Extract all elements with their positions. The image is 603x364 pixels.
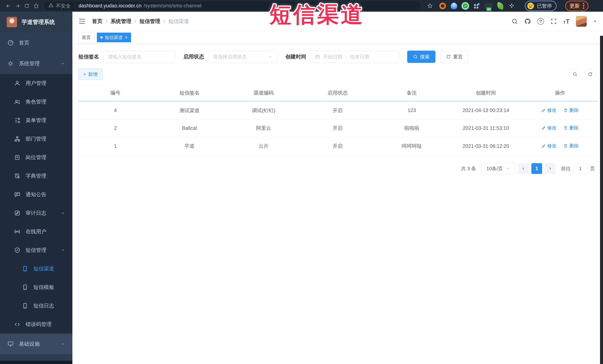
breadcrumb-current: 短信渠道 [168,18,189,25]
delete-link[interactable]: 删除 [563,143,579,149]
goto-page-input[interactable] [573,163,587,174]
extension-check-icon[interactable] [462,3,469,9]
annotation-stamp: 短信渠道 [269,0,364,30]
extension-leaf-icon[interactable] [497,2,504,10]
sidebar-item-roles[interactable]: 角色管理 [0,93,72,111]
sidebar-item-users[interactable]: 用户管理 [0,74,72,93]
close-icon[interactable]: × [125,35,128,40]
cell-sign: Ballcat [152,119,226,137]
search-button[interactable]: 搜索 [407,51,435,63]
cell-actions: 修改 删除 [523,119,597,137]
sidebar-item-infrastructure[interactable]: 基础设施 [0,334,72,354]
avatar[interactable] [576,16,587,27]
cell-status: 开启 [301,119,375,137]
font-size-icon[interactable]: TT [563,18,569,24]
add-button[interactable]: + 新增 [78,68,103,80]
url-host: dashboard.yudao.iocoder.cn [79,3,141,9]
sidebar-item-error-codes[interactable]: 错误码管理 [0,315,72,334]
status-select[interactable]: 请选择启用状态 [208,51,277,63]
sidebar-item-menus[interactable]: 菜单管理 [0,111,72,130]
sidebar-item-dictionary[interactable]: 字典管理 [0,167,72,185]
bookmark-star-icon[interactable] [425,1,435,11]
cell-sign: 测试渠道 [152,101,226,119]
browser-menu-icon[interactable] [583,3,584,9]
breadcrumb-home[interactable]: 首页 [92,18,103,25]
sidebar-item-label: 岗位管理 [26,154,46,161]
cell-remark: 啦啦啦 [375,119,449,137]
users-icon [14,99,20,105]
sidebar-item-sms-log[interactable]: 短信日志 [0,297,72,315]
help-icon[interactable]: ? [537,18,544,25]
browser-update-button[interactable]: 更新 [565,1,589,11]
prev-page-button[interactable] [518,163,529,174]
sidebar-item-sms-channel[interactable]: 短信渠道 [0,259,72,278]
badge-icon [14,154,20,161]
sidebar-item-audit-log[interactable]: 审计日志 [0,204,72,222]
sidebar-item-departments[interactable]: 部门管理 [0,130,72,148]
extensions-puzzle-icon[interactable] [508,3,515,9]
delete-link[interactable]: 删除 [563,125,579,131]
extension-grid-icon[interactable] [473,3,480,9]
security-label: 不安全 [56,3,71,9]
sign-input[interactable] [103,51,175,63]
scrollbar[interactable] [600,36,603,364]
back-icon[interactable] [4,1,13,11]
sidebar-item-label: 菜单管理 [26,117,46,124]
active-dot [100,36,103,39]
sidebar-logo[interactable]: 芋道管理系统 [0,12,72,33]
on-badge: on [487,7,491,11]
delete-link[interactable]: 删除 [563,107,579,113]
sidebar-item-label: 短信日志 [34,302,54,309]
extension-orange-icon[interactable] [439,3,446,9]
dashboard-icon [7,40,14,46]
cell-status: 开启 [301,137,375,155]
breadcrumb-system[interactable]: 系统管理 [111,18,131,25]
current-page[interactable]: 1 [531,163,542,174]
extension-onetab-icon[interactable]: on [485,3,492,9]
tag-home[interactable]: 首页 [78,33,94,42]
sidebar-item-announcements[interactable]: 通知公告 [0,185,72,204]
edit-link[interactable]: 修改 [541,143,557,149]
sidebar-item-sms-template[interactable]: 短信模板 [0,278,72,297]
filter-sign: 短信签名 [78,51,175,63]
goto-page: 前往 页 [561,163,595,174]
cell-code: 阿里云 [227,119,301,137]
toggle-search-button[interactable] [569,69,580,79]
sidebar-item-sms[interactable]: 短信管理 [0,241,72,259]
refresh-button[interactable] [585,69,596,79]
date-range-picker[interactable]: 开始日期 - 结束日期 [310,51,399,63]
sidebar-item-system[interactable]: 系统管理 [0,53,72,74]
fullscreen-icon[interactable] [550,18,557,25]
url-divider [74,3,75,8]
sidebar-item-label: 字典管理 [26,172,46,179]
hamburger-icon[interactable] [78,18,86,25]
add-button-label: 新增 [88,71,98,77]
sidebar-item-home[interactable]: 首页 [0,33,72,53]
next-page-button[interactable] [545,163,556,174]
dictionary-icon [14,173,20,179]
caret-down-icon[interactable] [593,19,597,23]
page-size-select[interactable]: 10条/页 [481,163,515,174]
page-content: 短信签名 启用状态 请选择启用状态 创建时间 开始日期 - [72,44,603,174]
search-icon[interactable] [511,18,518,25]
code-icon [14,321,20,328]
main-area: 首页 / 系统管理 / 短信管理 / 短信渠道 ? TT 首页 [72,12,603,364]
sidebar-item-posts[interactable]: 岗位管理 [0,148,72,167]
reload-icon[interactable] [22,1,32,11]
reset-button[interactable]: 重置 [440,51,468,63]
filter-time: 创建时间 开始日期 - 结束日期 [285,51,399,63]
paused-profile-badge[interactable]: 已暂停 [525,1,557,11]
paused-label: 已暂停 [537,3,552,9]
sidebar-item-online-users[interactable]: 在线用户 [0,222,72,241]
edit-link[interactable]: 修改 [541,107,557,113]
github-icon[interactable] [524,18,531,25]
tag-sms-channel[interactable]: 短信渠道 × [97,33,131,42]
breadcrumb-sms[interactable]: 短信管理 [139,18,160,25]
forward-icon[interactable] [13,1,22,11]
edit-link[interactable]: 修改 [541,125,557,131]
home-icon[interactable] [32,1,41,11]
calendar-icon [315,54,320,59]
extension-drop-icon[interactable] [451,3,457,9]
announcement-icon [14,191,20,198]
col-status: 启用状态 [301,85,375,101]
